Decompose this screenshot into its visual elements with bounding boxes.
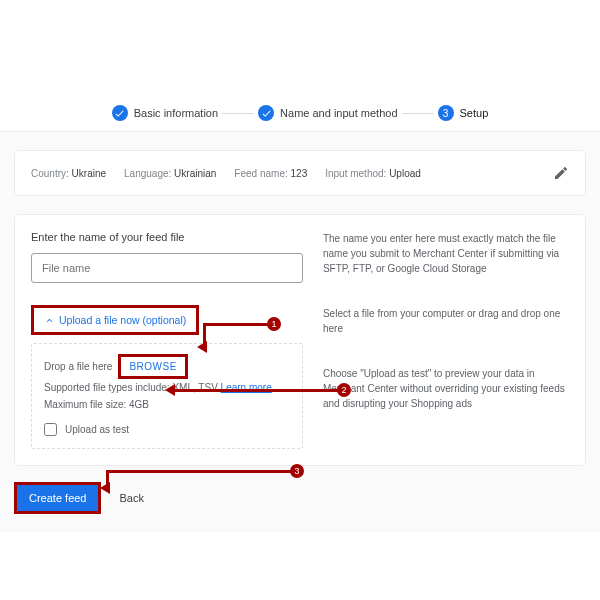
step-label: Name and input method — [280, 107, 397, 119]
check-icon — [258, 105, 274, 121]
arrow-2-head — [165, 384, 175, 396]
arrow-2 — [173, 389, 347, 392]
help-text-3: Choose "Upload as test" to preview your … — [323, 366, 569, 411]
step-name-input[interactable]: Name and input method — [258, 105, 397, 121]
check-icon — [112, 105, 128, 121]
arrow-3 — [106, 470, 292, 473]
callout-2: 2 — [337, 383, 351, 397]
back-button[interactable]: Back — [119, 492, 143, 504]
file-name-input[interactable] — [31, 253, 303, 283]
arrow-1-head — [197, 341, 207, 353]
step-setup[interactable]: 3 Setup — [438, 105, 489, 121]
main-panel: Enter the name of your feed file Upload … — [14, 214, 586, 466]
upload-as-test-label: Upload as test — [65, 421, 129, 438]
step-label: Setup — [460, 107, 489, 119]
summary-language: Language: Ukrainian — [124, 168, 216, 179]
summary-feedname: Feed name: 123 — [234, 168, 307, 179]
upload-as-test-checkbox[interactable] — [44, 423, 57, 436]
step-divider — [402, 113, 434, 114]
step-label: Basic information — [134, 107, 218, 119]
max-file-size: Maximum file size: 4GB — [44, 396, 290, 413]
chevron-up-icon — [44, 315, 55, 326]
summary-country: Country: Ukraine — [31, 168, 106, 179]
callout-1: 1 — [267, 317, 281, 331]
browse-button[interactable]: BROWSE — [118, 354, 187, 379]
arrow-1 — [203, 323, 269, 326]
feed-file-label: Enter the name of your feed file — [31, 231, 303, 243]
callout-3: 3 — [290, 464, 304, 478]
help-text-1: The name you enter here must exactly mat… — [323, 231, 569, 276]
step-number: 3 — [438, 105, 454, 121]
stepper: Basic information Name and input method … — [0, 95, 600, 132]
file-dropzone[interactable]: Drop a file here BROWSE Supported file t… — [31, 343, 303, 449]
edit-icon[interactable] — [553, 165, 569, 181]
upload-now-toggle[interactable]: Upload a file now (optional) — [31, 305, 199, 335]
create-feed-button[interactable]: Create feed — [14, 482, 101, 514]
feed-summary-bar: Country: Ukraine Language: Ukrainian Fee… — [14, 150, 586, 196]
summary-inputmethod: Input method: Upload — [325, 168, 421, 179]
step-divider — [222, 113, 254, 114]
step-basic-info[interactable]: Basic information — [112, 105, 218, 121]
drop-here-label: Drop a file here — [44, 358, 112, 375]
arrow-3-head — [100, 482, 110, 494]
help-panel: The name you enter here must exactly mat… — [323, 231, 569, 449]
upload-toggle-label: Upload a file now (optional) — [59, 314, 186, 326]
help-text-2: Select a file from your computer or drag… — [323, 306, 569, 336]
